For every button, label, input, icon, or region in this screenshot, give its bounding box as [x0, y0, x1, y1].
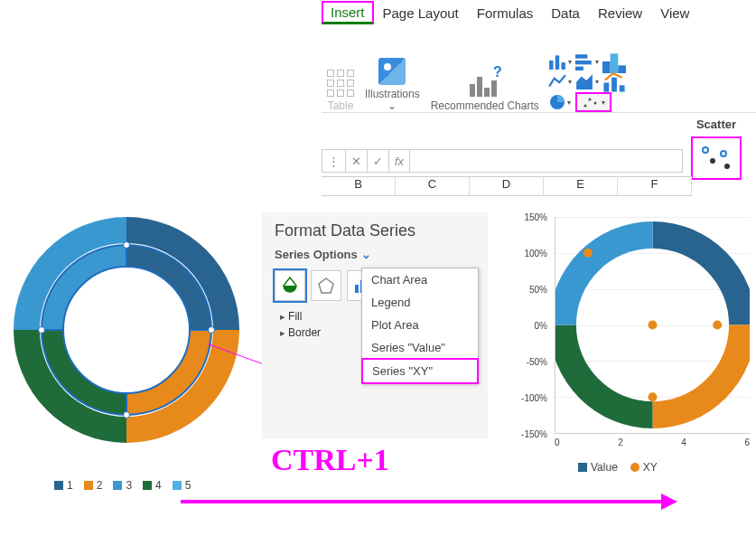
- combo-chart-icon[interactable]: [602, 72, 626, 90]
- combo-chart-legend: Value XY: [578, 461, 658, 474]
- dropdown-legend[interactable]: Legend: [362, 291, 478, 314]
- tab-review[interactable]: Review: [589, 2, 651, 24]
- bar-chart-icon[interactable]: ▾: [575, 52, 599, 71]
- svg-point-26: [649, 321, 658, 330]
- plot-area[interactable]: [555, 217, 750, 434]
- table-icon: [327, 70, 354, 97]
- selection-handle[interactable]: [123, 411, 130, 418]
- tab-view[interactable]: View: [651, 2, 698, 24]
- doughnut-chart-selected[interactable]: [9, 212, 244, 447]
- col-F[interactable]: F: [618, 176, 692, 196]
- dropdown-series-xy[interactable]: Series "XY": [361, 358, 479, 384]
- svg-rect-4: [575, 61, 592, 64]
- recommended-charts-icon: ?: [470, 70, 500, 97]
- selection-handle[interactable]: [123, 241, 130, 249]
- col-B[interactable]: B: [322, 176, 396, 196]
- ribbon-body: Table Illustrations⌄ ? Recommended Chart…: [322, 27, 756, 113]
- doughnut-legend: 1 2 3 4 5: [54, 479, 191, 492]
- arrow-annotation: [181, 495, 677, 508]
- legend-item-5[interactable]: 5: [173, 479, 191, 492]
- combo-doughnut-scatter-chart[interactable]: 150% 100% 50% 0% -50% -100% -150%: [515, 217, 750, 452]
- svg-point-16: [593, 102, 596, 105]
- svg-point-17: [703, 147, 708, 153]
- svg-rect-3: [575, 54, 587, 58]
- recommended-charts-label: Recommended Charts: [431, 100, 539, 112]
- formula-bar-handle[interactable]: ⋮: [322, 150, 346, 172]
- ribbon-group-illustrations[interactable]: Illustrations⌄: [359, 27, 425, 112]
- series-selector-dropdown: Chart Area Legend Plot Area Series "Valu…: [361, 268, 479, 384]
- svg-point-15: [588, 99, 591, 101]
- dropdown-chart-area[interactable]: Chart Area: [362, 268, 478, 291]
- scatter-option-markers[interactable]: [691, 136, 742, 180]
- svg-rect-0: [549, 61, 553, 70]
- ribbon-group-recommended-charts[interactable]: ? Recommended Charts: [425, 27, 545, 112]
- column-headers: B C D E F: [322, 176, 692, 196]
- scatter-chart-button[interactable]: ▾: [575, 92, 611, 112]
- legend-item-4[interactable]: 4: [143, 479, 162, 492]
- ribbon-group-table[interactable]: Table: [322, 27, 359, 112]
- selection-handle[interactable]: [208, 326, 215, 334]
- tab-data[interactable]: Data: [542, 2, 589, 24]
- series-options-header[interactable]: Series Options⌄: [275, 248, 475, 261]
- col-D[interactable]: D: [470, 176, 544, 196]
- svg-point-20: [724, 164, 730, 169]
- legend-xy[interactable]: XY: [630, 461, 658, 474]
- y-axis: 150% 100% 50% 0% -50% -100% -150%: [515, 217, 551, 434]
- scatter-dropdown: Scatter: [680, 118, 752, 180]
- tab-formulas[interactable]: Formulas: [468, 2, 543, 24]
- column-chart-icon[interactable]: ▾: [548, 52, 572, 71]
- svg-rect-10: [603, 82, 609, 91]
- svg-point-14: [583, 105, 586, 108]
- confirm-icon[interactable]: ✓: [368, 150, 389, 172]
- effects-icon[interactable]: [311, 270, 341, 301]
- svg-rect-5: [575, 67, 583, 71]
- tab-insert[interactable]: Insert: [322, 1, 374, 24]
- svg-rect-2: [561, 62, 565, 70]
- fill-line-icon[interactable]: [275, 270, 305, 301]
- dropdown-series-value[interactable]: Series "Value": [362, 336, 478, 359]
- svg-rect-22: [355, 285, 359, 293]
- scatter-dropdown-title: Scatter: [680, 118, 752, 131]
- svg-rect-12: [620, 85, 625, 91]
- legend-item-1[interactable]: 1: [54, 479, 73, 492]
- ribbon-tabs: Insert Page Layout Formulas Data Review …: [322, 0, 756, 25]
- dropdown-plot-area[interactable]: Plot Area: [362, 314, 478, 336]
- formula-bar: ⋮ ✕ ✓ fx: [322, 149, 683, 173]
- fx-icon[interactable]: fx: [389, 150, 410, 172]
- chart-type-gallery: ▾ ▾ ▾ ▾ ▾ ▾: [545, 52, 626, 112]
- svg-marker-9: [576, 74, 593, 89]
- svg-marker-21: [319, 278, 333, 293]
- svg-point-28: [649, 392, 658, 401]
- col-E[interactable]: E: [544, 176, 618, 196]
- legend-value[interactable]: Value: [578, 461, 618, 474]
- line-chart-icon[interactable]: ▾: [548, 72, 572, 90]
- table-label: Table: [328, 100, 354, 112]
- selection-handle[interactable]: [38, 326, 45, 334]
- svg-point-25: [583, 249, 593, 258]
- illustrations-label: Illustrations⌄: [365, 89, 420, 112]
- x-axis: 0 2 4 6: [555, 437, 750, 452]
- shortcut-annotation: CTRL+1: [271, 443, 389, 477]
- svg-point-18: [721, 151, 726, 156]
- svg-rect-1: [555, 55, 559, 70]
- hierarchy-chart-icon[interactable]: [602, 52, 626, 71]
- legend-item-3[interactable]: 3: [113, 479, 132, 492]
- svg-point-19: [710, 158, 715, 164]
- cancel-icon[interactable]: ✕: [346, 150, 368, 172]
- format-pane-title: Format Data Series: [275, 221, 475, 240]
- svg-point-27: [713, 321, 722, 330]
- tab-page-layout[interactable]: Page Layout: [374, 2, 468, 24]
- svg-rect-11: [611, 78, 617, 92]
- illustrations-icon: [378, 58, 406, 85]
- col-C[interactable]: C: [396, 176, 470, 196]
- legend-item-2[interactable]: 2: [84, 479, 103, 492]
- pie-chart-icon[interactable]: ▾: [548, 93, 572, 111]
- area-chart-icon[interactable]: ▾: [575, 72, 599, 90]
